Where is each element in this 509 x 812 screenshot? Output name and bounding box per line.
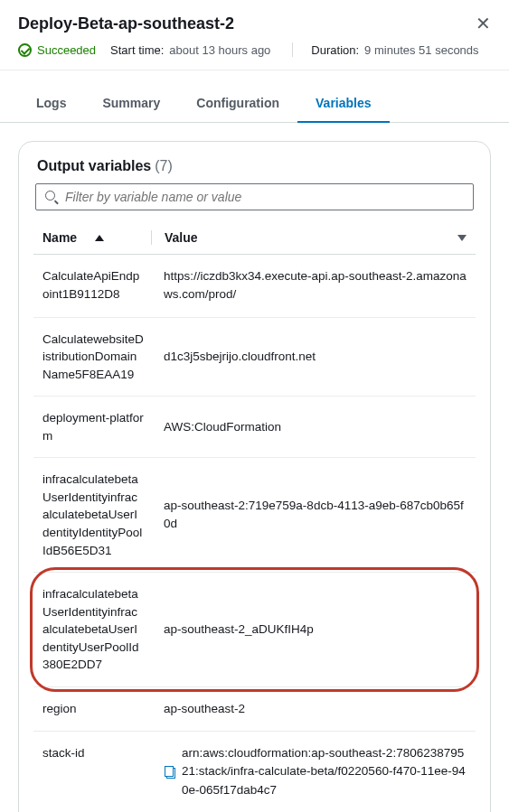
variable-value-text: ap-southeast-2_aDUKfIH4p <box>164 621 314 639</box>
sort-asc-icon <box>95 235 104 241</box>
variable-value: ap-southeast-2 <box>151 700 476 718</box>
column-header-value[interactable]: Value <box>152 230 476 245</box>
variable-value: ap-southeast-2_aDUKfIH4p <box>151 585 476 674</box>
table-row: CalculateApiEndpoint1B9112D8https://iczd… <box>33 255 476 318</box>
table-row: infracalculatebetaUserIdentityinfracalcu… <box>33 458 476 573</box>
start-time-value: about 13 hours ago <box>169 43 270 57</box>
variable-value: https://iczdb3kx34.execute-api.ap-southe… <box>151 267 476 304</box>
tab-configuration[interactable]: Configuration <box>178 87 297 123</box>
duration-value: 9 minutes 51 seconds <box>364 43 478 57</box>
duration-label: Duration: <box>311 43 359 57</box>
table-row: infracalculatebetaUserIdentityinfracalcu… <box>33 573 476 687</box>
success-check-icon <box>18 43 32 57</box>
tab-logs[interactable]: Logs <box>18 87 84 123</box>
table-row: deployment-platformAWS:CloudFormation <box>33 397 476 458</box>
settings-dropdown-icon[interactable] <box>457 235 467 241</box>
variable-value: AWS:CloudFormation <box>151 409 476 444</box>
status-badge: Succeeded <box>37 43 96 57</box>
variable-value-text: arn:aws:cloudformation:ap-southeast-2:78… <box>182 744 467 799</box>
variable-name: region <box>33 700 151 718</box>
table-header: Name Value <box>33 221 476 255</box>
column-header-name[interactable]: Name <box>33 230 151 245</box>
variable-value-text: https://iczdb3kx34.execute-api.ap-southe… <box>164 267 467 304</box>
variable-name: infracalculatebetaUserIdentityinfracalcu… <box>33 585 151 674</box>
column-header-value-label: Value <box>165 230 198 245</box>
filter-input[interactable] <box>65 190 464 204</box>
copy-icon[interactable] <box>164 766 176 779</box>
divider <box>0 70 509 70</box>
variable-value: ap-southeast-2:719e759a-8dcb-4113-a9eb-6… <box>151 471 476 559</box>
variable-value: arn:aws:cloudformation:ap-southeast-2:78… <box>151 744 476 799</box>
variable-value-text: ap-southeast-2:719e759a-8dcb-4113-a9eb-6… <box>164 497 467 534</box>
close-button[interactable]: ✕ <box>476 14 491 33</box>
variable-name: stack-id <box>33 744 151 799</box>
tab-bar: LogsSummaryConfigurationVariables <box>0 87 509 123</box>
column-header-name-label: Name <box>42 230 77 245</box>
start-time-label: Start time: <box>110 43 164 57</box>
table-row: CalculatewebsiteDistributionDomainName5F… <box>33 318 476 397</box>
variable-name: infracalculatebetaUserIdentityinfracalcu… <box>33 471 151 559</box>
output-variables-panel: Output variables (7) Name Value Calculat… <box>18 141 491 812</box>
variable-name: CalculatewebsiteDistributionDomainName5F… <box>33 331 151 384</box>
panel-count: (7) <box>155 158 173 174</box>
tab-summary[interactable]: Summary <box>84 87 178 123</box>
table-row: regionap-southeast-2 <box>33 687 476 732</box>
variable-value-text: ap-southeast-2 <box>164 700 245 718</box>
tab-variables[interactable]: Variables <box>297 87 390 123</box>
variables-table: Name Value CalculateApiEndpoint1B9112D8h… <box>33 221 476 812</box>
variable-name: deployment-platform <box>33 409 151 444</box>
close-icon: ✕ <box>476 14 491 33</box>
variable-value-text: AWS:CloudFormation <box>164 418 281 436</box>
variable-value: d1c3j5sbejrijo.cloudfront.net <box>151 331 476 384</box>
variable-value-text: d1c3j5sbejrijo.cloudfront.net <box>164 348 316 366</box>
panel-title: Output variables <box>37 158 151 174</box>
page-title: Deploy-Beta-ap-southeast-2 <box>18 14 234 33</box>
divider <box>292 42 293 57</box>
variable-name: CalculateApiEndpoint1B9112D8 <box>33 267 151 304</box>
filter-input-wrapper[interactable] <box>35 183 474 210</box>
search-icon <box>45 191 58 203</box>
table-row: stack-idarn:aws:cloudformation:ap-southe… <box>33 732 476 812</box>
